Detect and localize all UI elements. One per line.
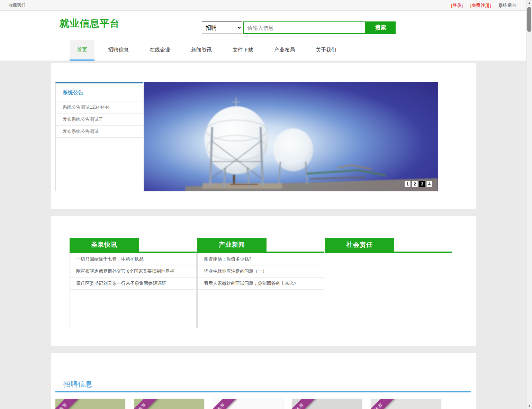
news-column-title-1: 产业新闻 <box>197 238 267 253</box>
nav-item-3[interactable]: 新闻资讯 <box>184 40 219 61</box>
job-card-3[interactable]: 推荐 <box>292 399 362 409</box>
announcement-item-2[interactable]: 发布系统公告测试 <box>56 126 143 138</box>
hero-banner[interactable]: 1234 <box>144 82 438 191</box>
news-column-header-2: 社会责任 <box>325 238 452 253</box>
vertical-scrollbar[interactable]: ▲ ▼ <box>526 0 532 409</box>
banner-page-1[interactable]: 1 <box>405 181 411 187</box>
scroll-up-icon[interactable]: ▲ <box>526 0 532 6</box>
banner-pagination: 1234 <box>405 181 432 187</box>
site-logo-title: 就业信息平台 <box>60 17 120 30</box>
announcements-list: 系统公告测试12344444发布系统公告测试了发布系统公告测试 <box>56 101 143 138</box>
news-column-header-0: 圣泉快讯 <box>70 238 197 253</box>
job-cards-row: 推荐推荐推荐推荐推荐 <box>55 399 441 409</box>
news-column-title-2: 社会责任 <box>325 238 394 253</box>
banner-page-4[interactable]: 4 <box>426 181 432 187</box>
news-section: 圣泉快讯一切只因结缘于七老，中药护肤品刚宣布驱逐俄罗斯外交官 6个国家又要抵制世… <box>51 216 476 346</box>
announcement-item-0[interactable]: 系统公告测试12344444 <box>56 101 143 113</box>
news-item-0-1[interactable]: 刚宣布驱逐俄罗斯外交官 6个国家又要抵制世界杯 <box>70 265 196 278</box>
nav-item-2[interactable]: 在线企业 <box>142 40 178 61</box>
news-column-title-0: 圣泉快讯 <box>70 238 139 253</box>
job-card-2[interactable]: 推荐 <box>213 399 283 409</box>
nav-item-4[interactable]: 文件下载 <box>225 40 261 61</box>
job-card-0[interactable]: 推荐 <box>55 399 125 409</box>
admin-backend-link[interactable]: 系统后台 <box>498 2 516 9</box>
news-column-list-2 <box>325 253 452 328</box>
news-columns: 圣泉快讯一切只因结缘于七老，中药护肤品刚宣布驱逐俄罗斯外交官 6个国家又要抵制世… <box>70 238 453 328</box>
hero-section: 系统公告 系统公告测试12344444发布系统公告测试了发布系统公告测试 <box>51 63 476 209</box>
login-link[interactable]: [登录] <box>451 2 463 9</box>
news-item-0-2[interactable]: 章丘区委书记刘天东一行来圣泉集团参观调研 <box>70 278 196 290</box>
news-column-list-0: 一切只因结缘于七老，中药护肤品刚宣布驱逐俄罗斯外交官 6个国家又要抵制世界杯章丘… <box>70 253 197 328</box>
news-item-1-1[interactable]: 毕业生就业应注意的问题（一） <box>198 265 324 278</box>
scroll-down-icon[interactable]: ▼ <box>526 403 532 409</box>
announcements-title: 系统公告 <box>56 83 143 101</box>
topbar-links: [登录] [免费注册] 系统后台 <box>451 0 516 11</box>
news-column-2: 社会责任 <box>325 238 452 328</box>
news-column-header-bar-1 <box>197 252 324 253</box>
job-card-1[interactable]: 推荐 <box>134 399 204 409</box>
job-card-4[interactable]: 推荐 <box>371 399 441 409</box>
news-column-1: 产业新闻薪资评估：你值多少钱?毕业生就业应注意的问题（一）看看人家微软的面试问题… <box>197 238 324 328</box>
news-column-0: 圣泉快讯一切只因结缘于七老，中药护肤品刚宣布驱逐俄罗斯外交官 6个国家又要抵制世… <box>70 238 197 328</box>
news-column-header-bar-0 <box>70 252 197 253</box>
banner-page-3[interactable]: 3 <box>419 181 425 187</box>
nav-item-1[interactable]: 招聘信息 <box>101 40 136 61</box>
search-input[interactable] <box>243 21 366 34</box>
nav-item-6[interactable]: 关于我们 <box>308 40 344 61</box>
search-category-select[interactable]: 招聘 <box>202 21 242 34</box>
jobs-section: 招聘信息 推荐推荐推荐推荐推荐 <box>51 353 476 409</box>
news-column-header-bar-2 <box>325 252 452 253</box>
announcement-item-1[interactable]: 发布系统公告测试了 <box>56 113 143 126</box>
register-link[interactable]: [免费注册] <box>470 2 491 9</box>
search-button[interactable]: 搜索 <box>366 21 396 34</box>
scrollbar-thumb[interactable] <box>527 7 531 32</box>
site-header: 就业信息平台 招聘 搜索 首页招聘信息在线企业新闻资讯文件下载产业布局关于我们 <box>0 11 526 61</box>
jobs-title-underline <box>55 391 471 392</box>
banner-page-2[interactable]: 2 <box>412 181 418 187</box>
news-item-0-0[interactable]: 一切只因结缘于七老，中药护肤品 <box>70 253 196 265</box>
favorite-us-link[interactable]: 收藏我们 <box>9 0 25 11</box>
announcements-panel: 系统公告 系统公告测试12344444发布系统公告测试了发布系统公告测试 <box>55 82 143 191</box>
news-item-1-2[interactable]: 看看人家微软的面试问题，你能回答的上来么? <box>198 278 324 290</box>
news-item-1-0[interactable]: 薪资评估：你值多少钱? <box>198 253 324 265</box>
jobs-section-title: 招聘信息 <box>63 379 92 389</box>
nav-item-5[interactable]: 产业布局 <box>267 40 302 61</box>
main-nav: 首页招聘信息在线企业新闻资讯文件下载产业布局关于我们 <box>70 40 350 61</box>
news-column-list-1: 薪资评估：你值多少钱?毕业生就业应注意的问题（一）看看人家微软的面试问题，你能回… <box>197 253 324 328</box>
nav-item-0[interactable]: 首页 <box>70 40 94 61</box>
topbar: 收藏我们 [登录] [免费注册] 系统后台 <box>0 0 526 11</box>
search-bar: 招聘 搜索 <box>202 21 396 34</box>
news-column-header-1: 产业新闻 <box>197 238 324 253</box>
industrial-tanks-image <box>144 82 438 191</box>
